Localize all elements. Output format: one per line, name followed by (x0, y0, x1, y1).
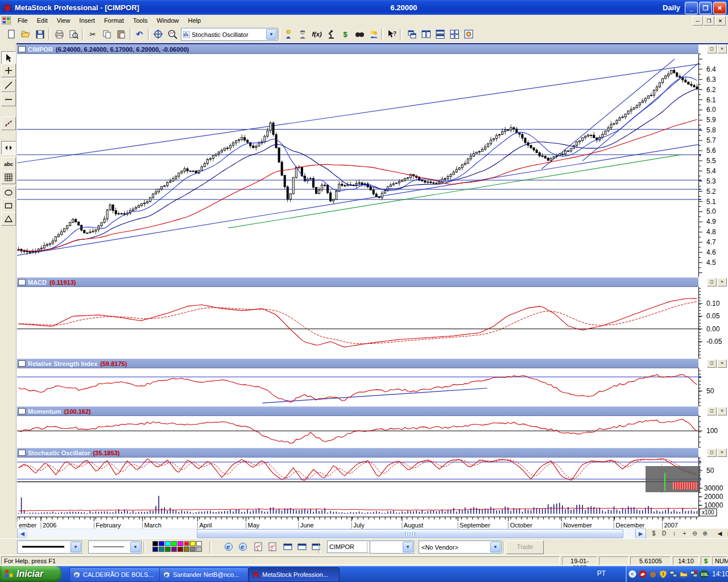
scrollbar-thumb[interactable] (197, 529, 623, 538)
color-swatch-ff0000[interactable] (184, 541, 189, 546)
periodicity-daily-button[interactable]: D (659, 529, 669, 538)
tile-grid-button[interactable] (448, 27, 461, 41)
tile-horizontal-button[interactable] (433, 27, 447, 41)
trendline-tool[interactable] (1, 78, 16, 92)
chevron-down-icon[interactable]: ▼ (403, 542, 413, 552)
network-icon[interactable] (669, 569, 678, 579)
color-swatch-ffffff[interactable] (196, 541, 202, 546)
collapse-chevron-icon[interactable]: < (628, 569, 637, 579)
rsi-maximize-button[interactable]: □ (707, 359, 717, 368)
zoom-out-button[interactable]: ⊖ (690, 529, 700, 538)
price-close-button[interactable]: ✕ (717, 45, 727, 53)
network-offline-icon[interactable] (689, 569, 698, 579)
color-swatch-008080[interactable] (159, 547, 164, 552)
page-top-2-button[interactable] (295, 541, 308, 553)
crosshair-tool[interactable] (1, 64, 16, 77)
print-button[interactable] (52, 27, 66, 41)
symbol-input[interactable] (327, 541, 369, 553)
publish-chart-button[interactable]: e (222, 541, 235, 553)
menu-item-tools[interactable]: Tools (129, 16, 152, 25)
color-swatch-c0c0c0[interactable] (196, 547, 202, 552)
color-swatch-808080[interactable] (190, 547, 196, 552)
momentum-panel-header[interactable]: Momentum(100.162) (17, 406, 698, 416)
chevron-down-icon[interactable]: ▼ (266, 29, 276, 40)
crosshair-button[interactable] (151, 27, 165, 41)
restore-button[interactable]: ❐ (699, 2, 712, 14)
scroll-right-arrow[interactable]: ▶ (635, 529, 646, 539)
antivirus-icon[interactable] (638, 569, 647, 579)
expert-advisor-button[interactable] (282, 27, 295, 41)
fit-vertical-button[interactable]: ↕ (669, 529, 679, 538)
layout-2-button[interactable]: 2 (266, 541, 279, 553)
scale-button[interactable]: $ (649, 529, 659, 538)
print-preview-button[interactable] (67, 27, 80, 41)
chevron-down-icon[interactable]: ▼ (71, 542, 81, 552)
zoom-in-button[interactable]: ⊕ (700, 529, 710, 538)
menu-item-edit[interactable]: Edit (32, 16, 52, 25)
undo-button[interactable]: ↶ (133, 27, 146, 41)
zoom-search-button[interactable] (166, 27, 179, 41)
close-button[interactable]: ✕ (713, 2, 726, 14)
child-restore-button[interactable]: ❐ (704, 16, 714, 26)
expert-button[interactable] (296, 27, 309, 41)
help-pointer-button[interactable]: ? (384, 27, 398, 41)
menu-item-view[interactable]: View (52, 16, 75, 25)
tile-vertical-button[interactable] (419, 27, 433, 41)
chevron-down-icon[interactable]: ▼ (490, 542, 500, 552)
emule-icon[interactable] (648, 569, 657, 579)
menu-item-help[interactable]: Help (184, 16, 206, 25)
stochastic-maximize-button[interactable]: □ (707, 448, 717, 457)
paste-button[interactable] (114, 27, 128, 41)
interval-dropdown[interactable]: ▼ (370, 541, 414, 554)
taskbar-task-1[interactable]: eCALDEIRÃO DE BOLS... (69, 567, 160, 582)
color-swatch-00ff00[interactable] (171, 541, 177, 546)
scrollbar-track[interactable] (27, 529, 635, 539)
color-swatch-ffff00[interactable] (190, 541, 196, 546)
ellipse-tool[interactable] (1, 186, 16, 199)
color-swatch-0000ff[interactable] (159, 541, 164, 546)
horizontal-line-tool[interactable] (1, 93, 16, 106)
macd-maximize-button[interactable]: □ (707, 278, 717, 286)
stochastic-panel-header[interactable]: Stochastic Oscillator(35.1853) (17, 448, 698, 458)
trade-button[interactable]: Trade (506, 541, 544, 554)
save-button[interactable] (33, 27, 47, 41)
page-right-button[interactable]: ▶ (725, 529, 728, 538)
momentum-maximize-button[interactable]: □ (707, 407, 717, 415)
color-swatch-800000[interactable] (177, 547, 183, 552)
stochastic-close-button[interactable]: ✕ (717, 448, 727, 457)
menu-item-format[interactable]: Format (100, 16, 129, 25)
text-tool[interactable]: abc (1, 157, 16, 171)
search-button[interactable] (353, 27, 366, 41)
start-button[interactable]: Iniciar (0, 566, 61, 582)
options-button[interactable] (462, 27, 475, 41)
color-swatch-ff00ff[interactable] (177, 541, 183, 546)
rsi-panel-header[interactable]: Relative Strength Index(59.8175) (17, 359, 698, 368)
macd-panel-header[interactable]: MACD(0.11913) (17, 277, 698, 287)
color-swatch-00ffff[interactable] (165, 541, 171, 546)
language-indicator[interactable]: PT (597, 569, 606, 577)
vendor-dropdown[interactable]: <No Vendor> ▼ (419, 541, 502, 554)
cut-button[interactable]: ✂ (86, 27, 100, 41)
publish-chart-2-button[interactable]: e (236, 541, 249, 553)
explorer-button[interactable] (324, 27, 338, 41)
cascade-button[interactable] (405, 27, 419, 41)
copy-button[interactable] (100, 27, 114, 41)
open-button[interactable] (19, 27, 32, 41)
regression-tool[interactable] (1, 117, 16, 130)
taskbar-task-3[interactable]: MetaStock Profession... (249, 567, 340, 582)
chart-system-icon[interactable] (2, 16, 11, 24)
rectangle-tool[interactable] (1, 199, 16, 213)
taskbar-task-2[interactable]: eSantander NetB@nco... (159, 567, 249, 582)
page-top-1-button[interactable] (281, 541, 294, 553)
child-close-button[interactable]: ✕ (715, 16, 726, 26)
minimize-button[interactable]: _ (685, 2, 698, 14)
price-maximize-button[interactable]: □ (707, 45, 717, 53)
line-style-dropdown[interactable]: ▼ (17, 541, 82, 554)
panel-resize-tool[interactable] (1, 141, 16, 155)
shared-folder-icon[interactable] (679, 569, 688, 579)
menu-item-window[interactable]: Window (152, 16, 183, 25)
momentum-close-button[interactable]: ✕ (717, 407, 727, 415)
security-shield-icon[interactable]: ! (659, 569, 668, 579)
rsi-close-button[interactable]: ✕ (717, 359, 727, 368)
system-tester-button[interactable]: $ (338, 27, 352, 41)
